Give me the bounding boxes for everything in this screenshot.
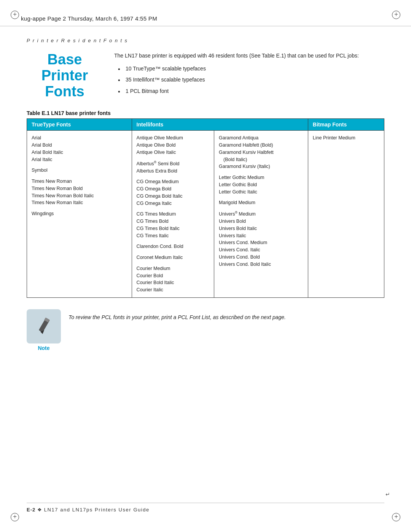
footer-description: LN17 and LN17ps Printers User Guide [44, 507, 150, 513]
font-group: Line Printer Medium [313, 134, 379, 142]
font-group: Marigold Medium [219, 199, 303, 206]
font-group: Courier Medium Courier Bold Courier Bold… [137, 265, 209, 294]
font-group: Wingdings [32, 210, 127, 217]
font-group: Coronet Medium Italic [137, 254, 209, 261]
font-group: Univers® Medium Univers Bold Univers Bol… [219, 210, 303, 268]
note-section: Note To review the PCL fonts in your pri… [27, 309, 384, 351]
footer-symbol: ❖ [37, 507, 44, 513]
page-header-text: kug-appe Page 2 Thursday, March 6, 1997 … [21, 15, 157, 22]
font-group: Albertus® Semi Bold Albertus Extra Bold [137, 160, 209, 175]
bullet-item: 10 TrueType™ scalable typefaces [118, 65, 384, 73]
intro-section: Base Printer Fonts The LN17 base printer… [27, 52, 384, 99]
bullet-item: 35 Intellifont™ scalable typefaces [118, 76, 384, 84]
font-group: Symbol [32, 167, 127, 174]
pencil-icon [33, 316, 54, 337]
table-caption: Table E.1 LN17 base printer fonts [27, 110, 384, 116]
section-label: P r i n t e r R e s i d e n t F o n t s [27, 38, 384, 43]
font-group: Arial Arial Bold Arial Bold Italic Arial… [32, 134, 127, 163]
col-header-intellifonts: Intellifonts [132, 119, 308, 131]
font-group: Times New Roman Times New Roman Bold Tim… [32, 178, 127, 206]
font-group: Letter Gothic Medium Letter Gothic Bold … [219, 174, 303, 195]
main-content: P r i n t e r R e s i d e n t F o n t s … [0, 26, 411, 378]
table-section: Table E.1 LN17 base printer fonts TrueTy… [27, 110, 384, 297]
note-wrapper: Note [27, 309, 61, 343]
font-group: Garamond Antiqua Garamond Halbfett (Bold… [219, 134, 303, 170]
corner-mark: ↵ [386, 491, 390, 498]
bullet-list: 10 TrueType™ scalable typefaces 35 Intel… [114, 65, 384, 96]
reg-mark-bl [11, 513, 19, 521]
footer-text: E-2 ❖ LN17 and LN17ps Printers User Guid… [27, 507, 150, 513]
footer-bold: E-2 [27, 507, 35, 513]
fonts-table: TrueType Fonts Intellifonts Bitmap Fonts… [27, 118, 384, 297]
col-header-truetype: TrueType Fonts [27, 119, 132, 131]
reg-mark-tr [392, 11, 400, 19]
font-group: CG Times Medium CG Times Bold CG Times B… [137, 211, 209, 239]
bullet-item: 1 PCL Bitmap font [118, 87, 384, 96]
page-title: Base Printer Fonts [27, 52, 103, 99]
page-footer: E-2 ❖ LN17 and LN17ps Printers User Guid… [27, 503, 384, 513]
note-icon [27, 309, 61, 343]
bitmap-cell: Line Printer Medium [308, 131, 384, 297]
intro-text: The LN17 base printer is equipped with 4… [114, 52, 384, 99]
intellifonts-cell-2: Garamond Antiqua Garamond Halbfett (Bold… [214, 131, 308, 297]
truetype-cell: Arial Arial Bold Arial Bold Italic Arial… [27, 131, 132, 297]
font-group: CG Omega Medium CG Omega Bold CG Omega B… [137, 178, 209, 207]
font-group: Antique Olive Medium Antique Olive Bold … [137, 134, 209, 156]
font-group: Clarendon Cond. Bold [137, 243, 209, 250]
note-text: To review the PCL fonts in your printer,… [68, 311, 286, 321]
page-header: kug-appe Page 2 Thursday, March 6, 1997 … [0, 0, 411, 26]
reg-mark-tl [11, 11, 19, 19]
note-label: Note [38, 345, 49, 351]
reg-mark-br [392, 513, 400, 521]
table-data-row: Arial Arial Bold Arial Bold Italic Arial… [27, 131, 384, 297]
intellifonts-cell-1: Antique Olive Medium Antique Olive Bold … [132, 131, 214, 297]
page: kug-appe Page 2 Thursday, March 6, 1997 … [0, 0, 411, 532]
title-block: Base Printer Fonts [27, 52, 103, 99]
col-header-bitmap: Bitmap Fonts [308, 119, 384, 131]
table-header-row: TrueType Fonts Intellifonts Bitmap Fonts [27, 119, 384, 131]
